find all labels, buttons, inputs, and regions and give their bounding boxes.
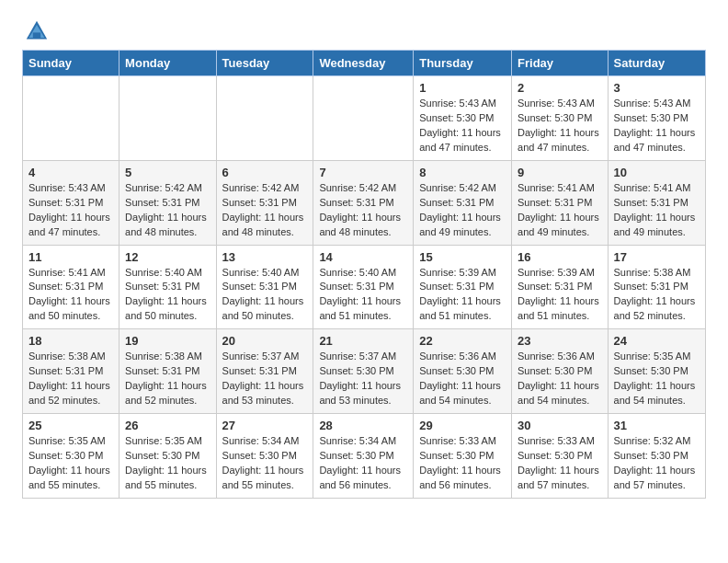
day-info: Sunrise: 5:43 AMSunset: 5:30 PMDaylight:…	[614, 97, 700, 155]
day-number: 27	[222, 419, 308, 432]
weekday-header-sunday: Sunday	[23, 51, 119, 76]
day-info: Sunrise: 5:36 AMSunset: 5:30 PMDaylight:…	[518, 350, 602, 408]
weekday-header-friday: Friday	[512, 51, 609, 76]
calendar-cell: 13Sunrise: 5:40 AMSunset: 5:31 PMDayligh…	[216, 245, 313, 329]
calendar-cell: 8Sunrise: 5:42 AMSunset: 5:31 PMDaylight…	[414, 160, 512, 245]
weekday-header-row: SundayMondayTuesdayWednesdayThursdayFrid…	[23, 51, 706, 76]
day-number: 1	[419, 81, 506, 95]
day-number: 25	[28, 419, 113, 432]
week-row-2: 4Sunrise: 5:43 AMSunset: 5:31 PMDaylight…	[23, 160, 706, 245]
day-info: Sunrise: 5:34 AMSunset: 5:30 PMDaylight:…	[319, 434, 407, 493]
day-number: 21	[319, 334, 407, 348]
day-number: 31	[614, 419, 700, 432]
day-number: 29	[419, 419, 506, 432]
svg-rect-2	[33, 32, 40, 38]
calendar-cell: 21Sunrise: 5:37 AMSunset: 5:30 PMDayligh…	[313, 329, 414, 414]
day-info: Sunrise: 5:35 AMSunset: 5:30 PMDaylight:…	[28, 434, 113, 493]
calendar-cell: 22Sunrise: 5:36 AMSunset: 5:30 PMDayligh…	[414, 329, 512, 414]
day-info: Sunrise: 5:35 AMSunset: 5:30 PMDaylight:…	[614, 350, 700, 408]
weekday-header-wednesday: Wednesday	[313, 51, 414, 76]
weekday-header-monday: Monday	[119, 51, 216, 76]
day-info: Sunrise: 5:33 AMSunset: 5:30 PMDaylight:…	[518, 434, 602, 493]
day-number: 3	[614, 81, 700, 95]
day-number: 17	[614, 250, 700, 264]
calendar-cell: 17Sunrise: 5:38 AMSunset: 5:31 PMDayligh…	[608, 245, 705, 329]
calendar-cell: 26Sunrise: 5:35 AMSunset: 5:30 PMDayligh…	[119, 414, 216, 499]
day-info: Sunrise: 5:40 AMSunset: 5:31 PMDaylight:…	[319, 266, 407, 325]
weekday-header-saturday: Saturday	[608, 51, 705, 76]
week-row-4: 18Sunrise: 5:38 AMSunset: 5:31 PMDayligh…	[23, 329, 706, 414]
day-info: Sunrise: 5:38 AMSunset: 5:31 PMDaylight:…	[614, 266, 700, 325]
calendar-cell: 16Sunrise: 5:39 AMSunset: 5:31 PMDayligh…	[512, 245, 609, 329]
day-info: Sunrise: 5:39 AMSunset: 5:31 PMDaylight:…	[419, 266, 506, 325]
weekday-header-thursday: Thursday	[414, 51, 512, 76]
day-info: Sunrise: 5:40 AMSunset: 5:31 PMDaylight:…	[222, 266, 308, 325]
calendar-cell: 7Sunrise: 5:42 AMSunset: 5:31 PMDaylight…	[313, 160, 414, 245]
calendar-cell: 19Sunrise: 5:38 AMSunset: 5:31 PMDayligh…	[119, 329, 216, 414]
calendar-cell: 9Sunrise: 5:41 AMSunset: 5:31 PMDaylight…	[512, 160, 609, 245]
day-info: Sunrise: 5:43 AMSunset: 5:31 PMDaylight:…	[28, 181, 113, 240]
day-number: 16	[518, 250, 602, 264]
day-number: 6	[222, 166, 308, 179]
day-info: Sunrise: 5:35 AMSunset: 5:30 PMDaylight:…	[125, 434, 210, 493]
day-number: 7	[319, 166, 407, 179]
day-number: 5	[125, 166, 210, 179]
calendar-cell: 1Sunrise: 5:43 AMSunset: 5:30 PMDaylight…	[414, 76, 512, 161]
day-number: 12	[125, 250, 210, 264]
calendar-cell: 23Sunrise: 5:36 AMSunset: 5:30 PMDayligh…	[512, 329, 609, 414]
day-info: Sunrise: 5:42 AMSunset: 5:31 PMDaylight:…	[319, 181, 407, 240]
week-row-1: 1Sunrise: 5:43 AMSunset: 5:30 PMDaylight…	[23, 76, 706, 161]
calendar-cell: 2Sunrise: 5:43 AMSunset: 5:30 PMDaylight…	[512, 76, 609, 161]
day-number: 24	[614, 334, 700, 348]
day-info: Sunrise: 5:41 AMSunset: 5:31 PMDaylight:…	[518, 181, 602, 240]
day-number: 19	[125, 334, 210, 348]
logo	[22, 18, 50, 44]
day-number: 18	[28, 334, 113, 348]
day-info: Sunrise: 5:42 AMSunset: 5:31 PMDaylight:…	[419, 181, 506, 240]
calendar-cell: 4Sunrise: 5:43 AMSunset: 5:31 PMDaylight…	[23, 160, 119, 245]
calendar-cell: 18Sunrise: 5:38 AMSunset: 5:31 PMDayligh…	[23, 329, 119, 414]
calendar-cell: 30Sunrise: 5:33 AMSunset: 5:30 PMDayligh…	[512, 414, 609, 499]
day-number: 22	[419, 334, 506, 348]
day-number: 9	[518, 166, 602, 179]
calendar-cell	[216, 76, 313, 161]
day-info: Sunrise: 5:42 AMSunset: 5:31 PMDaylight:…	[125, 181, 210, 240]
calendar-cell: 28Sunrise: 5:34 AMSunset: 5:30 PMDayligh…	[313, 414, 414, 499]
calendar-table: SundayMondayTuesdayWednesdayThursdayFrid…	[22, 50, 706, 499]
calendar-cell: 14Sunrise: 5:40 AMSunset: 5:31 PMDayligh…	[313, 245, 414, 329]
day-info: Sunrise: 5:43 AMSunset: 5:30 PMDaylight:…	[419, 97, 506, 155]
day-number: 23	[518, 334, 602, 348]
day-number: 14	[319, 250, 407, 264]
calendar-cell: 31Sunrise: 5:32 AMSunset: 5:30 PMDayligh…	[608, 414, 705, 499]
header	[22, 18, 706, 44]
day-number: 11	[28, 250, 113, 264]
day-number: 30	[518, 419, 602, 432]
logo-icon	[24, 18, 50, 44]
calendar-cell: 29Sunrise: 5:33 AMSunset: 5:30 PMDayligh…	[414, 414, 512, 499]
week-row-3: 11Sunrise: 5:41 AMSunset: 5:31 PMDayligh…	[23, 245, 706, 329]
calendar-cell: 25Sunrise: 5:35 AMSunset: 5:30 PMDayligh…	[23, 414, 119, 499]
day-info: Sunrise: 5:34 AMSunset: 5:30 PMDaylight:…	[222, 434, 308, 493]
day-number: 28	[319, 419, 407, 432]
page: SundayMondayTuesdayWednesdayThursdayFrid…	[0, 0, 728, 517]
calendar-cell: 6Sunrise: 5:42 AMSunset: 5:31 PMDaylight…	[216, 160, 313, 245]
day-info: Sunrise: 5:37 AMSunset: 5:31 PMDaylight:…	[222, 350, 308, 408]
day-number: 10	[614, 166, 700, 179]
weekday-header-tuesday: Tuesday	[216, 51, 313, 76]
calendar-cell	[313, 76, 414, 161]
day-info: Sunrise: 5:39 AMSunset: 5:31 PMDaylight:…	[518, 266, 602, 325]
calendar-cell: 24Sunrise: 5:35 AMSunset: 5:30 PMDayligh…	[608, 329, 705, 414]
day-number: 15	[419, 250, 506, 264]
day-number: 4	[28, 166, 113, 179]
calendar-cell: 15Sunrise: 5:39 AMSunset: 5:31 PMDayligh…	[414, 245, 512, 329]
day-info: Sunrise: 5:42 AMSunset: 5:31 PMDaylight:…	[222, 181, 308, 240]
day-number: 8	[419, 166, 506, 179]
calendar-cell: 27Sunrise: 5:34 AMSunset: 5:30 PMDayligh…	[216, 414, 313, 499]
day-number: 26	[125, 419, 210, 432]
day-number: 13	[222, 250, 308, 264]
day-info: Sunrise: 5:38 AMSunset: 5:31 PMDaylight:…	[125, 350, 210, 408]
day-info: Sunrise: 5:43 AMSunset: 5:30 PMDaylight:…	[518, 97, 602, 155]
week-row-5: 25Sunrise: 5:35 AMSunset: 5:30 PMDayligh…	[23, 414, 706, 499]
day-info: Sunrise: 5:41 AMSunset: 5:31 PMDaylight:…	[614, 181, 700, 240]
calendar-cell: 11Sunrise: 5:41 AMSunset: 5:31 PMDayligh…	[23, 245, 119, 329]
